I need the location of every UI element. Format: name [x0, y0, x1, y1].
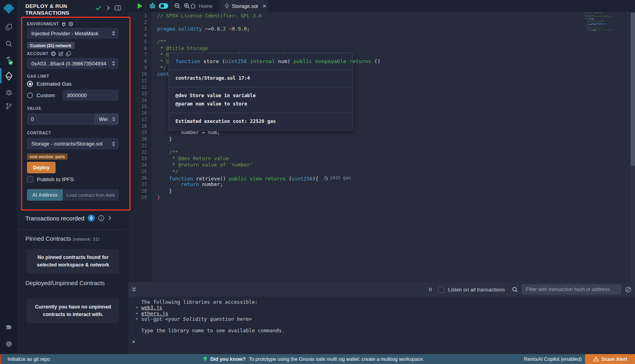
terminal-line: The following libraries are accessible:	[131, 299, 635, 305]
value-input[interactable]	[27, 113, 94, 125]
estimated-gas-label: Estimated Gas	[37, 81, 72, 87]
terminal-line: •ethers.js	[131, 311, 635, 316]
chevrons-down-icon[interactable]	[131, 287, 137, 292]
estimated-gas-row: Estimated Gas	[27, 81, 72, 87]
git-icon[interactable]	[0, 100, 17, 112]
code-line	[157, 142, 351, 149]
tooltip-location: contracts/Storage.sol 17:4	[169, 70, 352, 87]
account-label-row: ACCOUNT	[27, 51, 71, 56]
custom-gas-radio[interactable]	[27, 92, 33, 98]
tooltip-docs: @dev Store value in variable @param num …	[169, 87, 352, 113]
transaction-filter-input[interactable]	[522, 284, 621, 295]
terminal-line	[131, 322, 635, 328]
panel-layout-icon[interactable]	[115, 5, 121, 11]
ai-copilot-robot-icon[interactable]	[147, 0, 158, 12]
scam-alert-button[interactable]: Scam Alert	[585, 354, 635, 364]
ipfs-row: Publish to IPFS	[27, 176, 74, 182]
plugin-manager-icon[interactable]	[0, 322, 17, 334]
deploy-button[interactable]: Deploy	[27, 162, 56, 173]
custom-gas-input[interactable]	[63, 90, 119, 101]
publish-ipfs-label: Publish to IPFS	[37, 176, 74, 182]
account-value: 0xA03...85ac4 (0.398673504934	[31, 61, 112, 67]
deploy-run-panel: DEPLOY & RUN TRANSACTIONS ENVIRONMENT In…	[17, 0, 128, 354]
code-line: /**	[157, 149, 351, 155]
account-label: ACCOUNT	[27, 52, 48, 56]
tab-home[interactable]: Home	[186, 0, 217, 12]
contract-select[interactable]: Storage - contracts/Storage.sol	[27, 138, 119, 149]
gas-limit-label: GAS LIMIT	[27, 74, 49, 79]
run-script-button[interactable]	[135, 0, 145, 12]
git-init-status[interactable]: Initialize as git repo	[8, 354, 50, 364]
close-icon[interactable]: ✕	[262, 3, 267, 9]
check-icon	[95, 5, 102, 11]
tip-text: To prototype using the Gnosis safe multi…	[249, 356, 424, 362]
code-line	[157, 32, 351, 38]
zoom-out-icon[interactable]	[173, 0, 182, 12]
copy-icon[interactable]	[66, 51, 71, 56]
info-circle-icon[interactable]	[98, 215, 104, 221]
settings-icon[interactable]	[0, 338, 17, 350]
search-icon[interactable]	[0, 38, 17, 50]
custom-gas-row: Custom	[27, 92, 55, 98]
clear-console-icon[interactable]	[625, 286, 631, 293]
lightbulb-icon	[203, 356, 207, 362]
unpinned-contracts-title: Deployed/Unpinned Contracts	[25, 280, 105, 286]
status-bar: Initialize as git repo Did you know? To …	[0, 354, 635, 364]
terminal-lines: The following libraries are accessible:•…	[131, 299, 635, 333]
icon-sidebar	[0, 0, 17, 364]
environment-select[interactable]: Injected Provider - MetaMask	[27, 28, 119, 39]
function-hover-tooltip: function store (uint256 internal num) pu…	[169, 53, 353, 130]
gutter: 1234567891011121314151617181920212223242…	[128, 13, 152, 282]
transactions-recorded-label: Transactions recorded	[25, 215, 85, 222]
publish-ipfs-checkbox[interactable]	[27, 176, 33, 182]
minimap[interactable]: // SPDX-License-Identifier: GPL-3.0pragm…	[584, 12, 612, 33]
at-address-button[interactable]: At Address	[27, 189, 63, 201]
terminal-line: Type the library name to see available c…	[131, 328, 635, 333]
code-line: }	[157, 136, 351, 142]
deploy-run-icon[interactable]	[0, 70, 17, 82]
pinned-contracts-title: Pinned Contracts (network: 31)	[25, 235, 99, 242]
did-you-know-tip: Did you know? To prototype using the Gno…	[203, 354, 424, 364]
chevron-updown-icon	[112, 117, 115, 122]
chevron-updown-icon	[112, 61, 115, 66]
terminal-line: •sol-gpt <your Solidity question here>	[131, 316, 635, 322]
edit-icon[interactable]	[58, 51, 64, 56]
info-icon[interactable]	[68, 21, 73, 27]
code-line	[157, 19, 351, 25]
terminal-link[interactable]: web3.js	[141, 305, 162, 310]
code-line: * @title Storage	[157, 45, 351, 52]
account-select[interactable]: 0xA03...85ac4 (0.398673504934	[27, 58, 119, 69]
environment-value: Injected Provider - MetaMask	[31, 31, 112, 36]
network-badge: Custom (31) network	[27, 42, 75, 49]
plug-small-icon[interactable]	[62, 22, 66, 27]
copilot-status[interactable]: RemixAI Copilot (enabled)	[524, 354, 582, 364]
warning-triangle-icon	[593, 356, 599, 362]
code-line: */	[157, 169, 351, 175]
tooltip-signature: function store (uint256 internal num) pu…	[169, 53, 352, 70]
solidity-file-icon	[225, 3, 229, 9]
debugger-icon[interactable]	[0, 86, 17, 98]
remix-ide-window: DEPLOY & RUN TRANSACTIONS ENVIRONMENT In…	[0, 0, 635, 364]
copilot-toggle[interactable]	[158, 0, 169, 12]
transactions-count-badge: 0	[88, 215, 95, 222]
tab-storage-sol[interactable]: Storage.sol ✕	[221, 0, 268, 12]
solidity-compiler-icon[interactable]	[0, 55, 17, 67]
chevron-updown-icon	[112, 31, 115, 36]
value-unit-select[interactable]: Wei	[94, 113, 119, 125]
remix-ai-logo[interactable]	[0, 2, 17, 16]
estimated-gas-radio[interactable]	[27, 81, 33, 87]
terminal-output[interactable]: The following libraries are accessible:•…	[128, 297, 635, 354]
plus-circle-icon[interactable]	[51, 51, 56, 56]
chevron-right-icon[interactable]	[106, 6, 110, 10]
scrollbar-thumb[interactable]	[631, 13, 635, 166]
terminal-prompt[interactable]: >	[131, 339, 635, 345]
file-explorer-icon[interactable]	[0, 21, 17, 33]
transactions-expand-chevron[interactable]	[108, 215, 112, 220]
terminal-link[interactable]: ethers.js	[141, 310, 168, 316]
environment-label-row: ENVIRONMENT	[27, 21, 73, 27]
at-address-input[interactable]	[63, 189, 119, 201]
code-line: * @dev Return value	[157, 155, 351, 162]
contract-label: CONTRACT	[27, 131, 51, 135]
tab-home-label: Home	[199, 3, 213, 9]
listen-all-checkbox[interactable]	[438, 287, 444, 293]
